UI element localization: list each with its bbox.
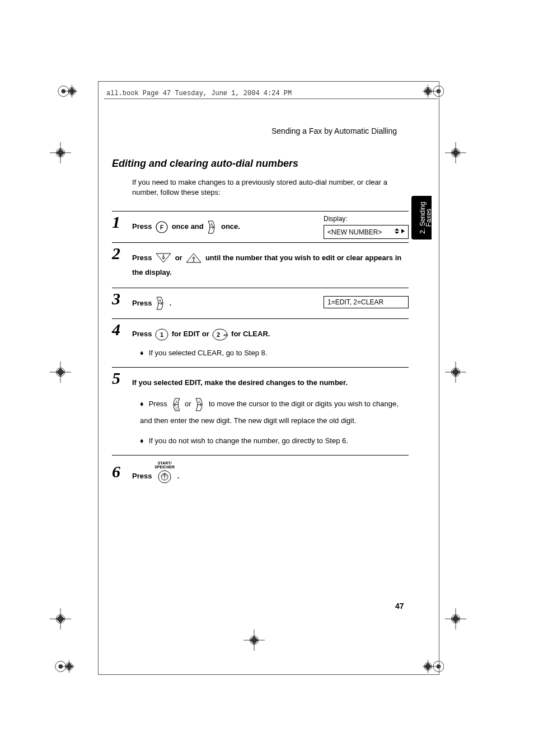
lcd-text: 1=EDIT, 2=CLEAR bbox=[327, 298, 383, 306]
left-arrow-key-icon: ZC bbox=[170, 397, 181, 412]
function-key-icon: F bbox=[155, 220, 168, 234]
sub-text: If you selected CLEAR, go to Step 8. bbox=[149, 349, 268, 357]
bullet-icon: ♦ bbox=[140, 347, 144, 359]
step-6: 6 Press START/SPEICHER . bbox=[112, 456, 409, 492]
right-arrow-key-icon: A bbox=[194, 397, 205, 412]
step-3: 3 Press A . 1=EDIT, 2=CLEAR bbox=[112, 288, 409, 320]
svg-text:Z: Z bbox=[176, 400, 177, 403]
text: once and bbox=[172, 222, 206, 231]
text: once. bbox=[221, 222, 240, 231]
chapter-tab: 2. Sending Faxes bbox=[411, 196, 432, 240]
svg-text:Z: Z bbox=[163, 254, 165, 257]
page-content: Editing and clearing auto-dial numbers I… bbox=[112, 158, 409, 492]
start-key-label: START/SPEICHER bbox=[154, 461, 175, 469]
updown-right-icon bbox=[395, 227, 405, 237]
step-5: 5 If you selected EDIT, make the desired… bbox=[112, 368, 409, 456]
text: . bbox=[177, 472, 180, 480]
keypad-1-icon: 1 bbox=[155, 328, 168, 341]
running-head: Sending a Fax by Automatic Dialling bbox=[271, 126, 397, 135]
step-number: 1 bbox=[112, 213, 120, 232]
text: Press bbox=[132, 299, 154, 307]
sub-text: Press bbox=[149, 400, 170, 408]
display-label: Display: bbox=[324, 215, 409, 223]
page-number: 47 bbox=[395, 602, 404, 611]
lcd-text: <NEW NUMBER> bbox=[327, 228, 382, 236]
svg-text:2: 2 bbox=[217, 331, 220, 338]
svg-text:C: C bbox=[176, 407, 178, 410]
right-arrow-key-icon: A bbox=[207, 220, 218, 234]
start-key-icon bbox=[157, 469, 172, 484]
lcd-display: <NEW NUMBER> bbox=[324, 225, 409, 239]
crop-mark-icon bbox=[50, 608, 71, 630]
sub-text: or bbox=[185, 400, 193, 408]
step-number: 3 bbox=[112, 289, 120, 308]
down-key-icon: Z bbox=[155, 252, 172, 264]
svg-text:ABC: ABC bbox=[223, 334, 228, 337]
header-line bbox=[104, 98, 438, 99]
intro-paragraph: If you need to make changes to a previou… bbox=[132, 177, 409, 198]
svg-text:1: 1 bbox=[160, 331, 163, 338]
right-arrow-key-icon: A bbox=[155, 296, 166, 311]
text: for CLEAR. bbox=[231, 330, 270, 338]
crop-mark-icon bbox=[53, 656, 74, 677]
tab-line-2: Faxes bbox=[425, 209, 433, 227]
step-1: 1 Press F once and A once. Display: <NEW… bbox=[112, 211, 409, 243]
crop-mark-icon bbox=[445, 608, 466, 630]
crop-mark-icon bbox=[50, 142, 71, 163]
section-title: Editing and clearing auto-dial numbers bbox=[112, 158, 409, 170]
step-number: 2 bbox=[112, 244, 120, 263]
svg-text:A: A bbox=[210, 223, 213, 226]
bullet-icon: ♦ bbox=[140, 435, 144, 447]
step-number: 4 bbox=[112, 320, 120, 339]
text: Press bbox=[132, 472, 154, 480]
svg-text:A: A bbox=[159, 299, 161, 302]
step-number: 5 bbox=[112, 369, 120, 388]
crop-mark-icon bbox=[56, 81, 77, 102]
step-4: 4 Press 1 for EDIT or 2ABC for CLEAR. ♦ … bbox=[112, 319, 409, 368]
up-key-icon: Z bbox=[185, 252, 202, 264]
svg-text:Z: Z bbox=[193, 259, 195, 262]
crop-mark-icon bbox=[445, 361, 466, 383]
crop-mark-icon bbox=[445, 142, 466, 163]
step-2: 2 Press Z or Z until the number that you… bbox=[112, 243, 409, 288]
keypad-2-icon: 2ABC bbox=[212, 328, 228, 341]
crop-mark-icon bbox=[50, 361, 71, 383]
sub-text: If you do not wish to change the number,… bbox=[149, 436, 348, 445]
text: If you selected EDIT, make the desired c… bbox=[132, 378, 348, 387]
text: Press bbox=[132, 253, 154, 262]
svg-text:F: F bbox=[160, 224, 163, 231]
text: . bbox=[170, 299, 172, 307]
lcd-display: 1=EDIT, 2=CLEAR bbox=[324, 296, 409, 308]
text: Press bbox=[132, 222, 154, 231]
text: Press bbox=[132, 330, 154, 338]
text: or bbox=[175, 253, 185, 262]
book-stamp: all.book Page 47 Tuesday, June 1, 2004 4… bbox=[106, 90, 292, 97]
step-number: 6 bbox=[112, 462, 120, 481]
text: for EDIT or bbox=[172, 330, 212, 338]
text: until the number that you wish to edit o… bbox=[132, 253, 401, 276]
bullet-icon: ♦ bbox=[140, 396, 144, 412]
